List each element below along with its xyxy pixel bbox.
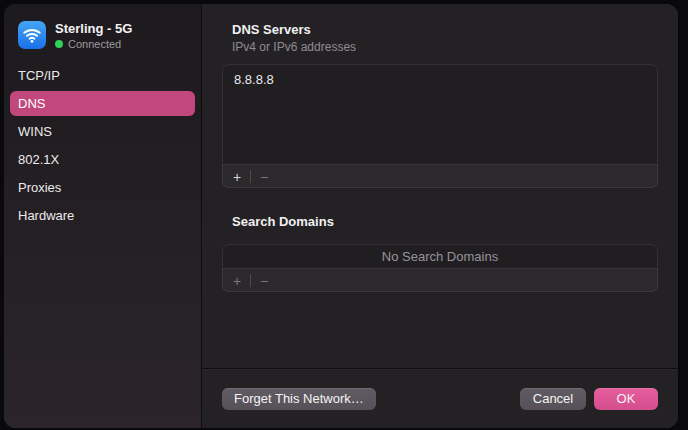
dns-servers-list-toolbar: + −	[222, 164, 658, 188]
search-domains-list-toolbar: + −	[222, 268, 658, 292]
sidebar-item-8021x[interactable]: 802.1X	[10, 147, 195, 172]
search-domain-add-button[interactable]: +	[224, 269, 250, 292]
network-header-text: Sterling - 5G Connected	[55, 21, 132, 50]
dns-servers-list[interactable]: 8.8.8.8	[222, 64, 658, 164]
sidebar: Sterling - 5G Connected TCP/IP DNS WINS …	[4, 4, 201, 428]
sidebar-nav: TCP/IP DNS WINS 802.1X Proxies Hardware	[4, 63, 201, 228]
network-details-sheet: Sterling - 5G Connected TCP/IP DNS WINS …	[4, 4, 678, 428]
network-name: Sterling - 5G	[55, 21, 132, 36]
wifi-icon	[18, 21, 46, 49]
ok-button[interactable]: OK	[594, 388, 658, 410]
sidebar-item-tcpip[interactable]: TCP/IP	[10, 63, 195, 88]
search-domain-remove-button[interactable]: −	[251, 269, 277, 292]
dns-servers-listbox: 8.8.8.8 + −	[222, 64, 658, 188]
search-domains-listbox: No Search Domains + −	[222, 244, 658, 292]
sidebar-item-dns[interactable]: DNS	[10, 91, 195, 116]
dns-servers-title: DNS Servers	[232, 22, 658, 38]
dns-server-entry[interactable]: 8.8.8.8	[234, 72, 646, 88]
network-header: Sterling - 5G Connected	[4, 18, 201, 50]
dns-servers-subtitle: IPv4 or IPv6 addresses	[232, 40, 658, 54]
sidebar-item-wins[interactable]: WINS	[10, 119, 195, 144]
search-domains-empty-text: No Search Domains	[222, 244, 658, 268]
dns-panel: DNS Servers IPv4 or IPv6 addresses 8.8.8…	[201, 4, 678, 428]
dialog-footer: Forget This Network… Cancel OK	[202, 368, 678, 428]
connection-status-label: Connected	[68, 38, 121, 50]
sidebar-item-proxies[interactable]: Proxies	[10, 175, 195, 200]
dns-add-button[interactable]: +	[224, 165, 250, 188]
cancel-button[interactable]: Cancel	[520, 388, 586, 410]
forget-network-button[interactable]: Forget This Network…	[222, 388, 376, 410]
search-domains-title: Search Domains	[232, 214, 658, 230]
sidebar-item-hardware[interactable]: Hardware	[10, 203, 195, 228]
dns-remove-button[interactable]: −	[251, 165, 277, 188]
network-details-window: Sterling - 5G Connected TCP/IP DNS WINS …	[0, 0, 688, 430]
connection-status: Connected	[55, 38, 132, 50]
connected-dot-icon	[55, 40, 63, 48]
